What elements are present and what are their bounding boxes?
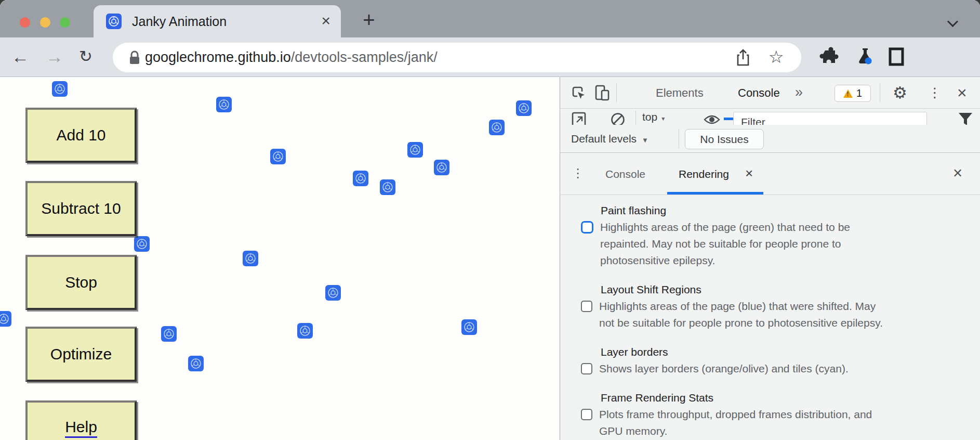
option-description: Highlights areas of the page (blue) that… — [599, 298, 883, 331]
browser-window: Janky Animation × + ← → ↻ googlechrome.g… — [0, 0, 980, 440]
extensions-puzzle-icon[interactable] — [819, 47, 839, 67]
chrome-sprite — [243, 251, 258, 266]
chrome-sprite — [216, 97, 232, 112]
no-issues-button[interactable]: No Issues — [685, 129, 764, 149]
context-value: top — [642, 111, 657, 123]
new-tab-button[interactable]: + — [357, 4, 380, 36]
option-description: Plots frame throughput, dropped frames d… — [599, 406, 872, 439]
stop-button[interactable]: Stop — [25, 255, 137, 310]
default-levels-dropdown[interactable]: Default levels▼ — [571, 125, 648, 154]
bookmark-star-icon[interactable]: ☆ — [769, 43, 784, 72]
option-description: Highlights areas of the page (green) tha… — [600, 219, 850, 269]
window-close-button[interactable] — [20, 17, 30, 28]
rendering-tab-close-icon[interactable]: × — [745, 153, 753, 193]
layer-borders-checkbox[interactable] — [581, 363, 592, 374]
chrome-sprite — [434, 160, 449, 175]
drawer-tab-rendering[interactable]: Rendering — [679, 153, 729, 195]
issues-warning-badge[interactable]: 1 — [835, 85, 871, 102]
devtools-settings-gear-icon[interactable]: ⚙ — [893, 77, 907, 109]
layout-shift-regions-checkbox[interactable] — [581, 301, 592, 312]
devtools-close-icon[interactable]: × — [957, 77, 967, 109]
rendering-option-layer-borders: Layer borders Shows layer borders (orang… — [581, 344, 968, 377]
side-panel-icon[interactable] — [888, 47, 906, 67]
optimize-label: Optimize — [50, 345, 112, 363]
address-bar[interactable]: googlechrome.github.io/devtools-samples/… — [113, 43, 801, 72]
drawer-menu-kebab-icon[interactable]: ⋮ — [572, 153, 584, 193]
window-zoom-button[interactable] — [60, 17, 70, 28]
option-title: Paint flashing — [601, 202, 968, 219]
reload-button[interactable]: ↻ — [79, 37, 92, 77]
chrome-sprite — [516, 100, 532, 116]
option-description: Shows layer borders (orange/olive) and t… — [599, 360, 849, 377]
drawer-tabbar: ⋮ Console Rendering × × — [560, 153, 980, 195]
console-filter-input[interactable]: Filter — [733, 112, 927, 125]
tab-console[interactable]: Console — [738, 77, 780, 109]
subtract-10-label: Subtract 10 — [41, 200, 121, 217]
flask-extension-icon[interactable] — [855, 47, 876, 68]
rendering-option-layout-shift-regions: Layout Shift Regions Highlights areas of… — [581, 281, 968, 331]
chrome-favicon-icon — [106, 14, 122, 29]
tab-close-icon[interactable]: × — [321, 5, 330, 36]
stop-label: Stop — [65, 274, 97, 291]
share-icon[interactable] — [735, 49, 751, 67]
browser-tab[interactable]: Janky Animation × — [94, 5, 341, 37]
rendering-panel: Paint flashing Highlights areas of the p… — [560, 195, 980, 440]
console-toolbar: top▾ Filter — [560, 109, 980, 125]
separator — [880, 83, 880, 102]
add-10-button[interactable]: Add 10 — [25, 108, 137, 163]
device-toolbar-icon[interactable] — [593, 84, 611, 102]
warning-triangle-icon — [843, 89, 853, 98]
rendering-option-paint-flashing: Paint flashing Highlights areas of the p… — [581, 202, 968, 269]
drawer-close-icon[interactable]: × — [953, 153, 962, 193]
help-label: Help — [65, 418, 97, 438]
url-path: /devtools-samples/jank/ — [291, 49, 438, 65]
tab-elements[interactable]: Elements — [656, 77, 704, 109]
filter-funnel-icon[interactable] — [957, 111, 974, 125]
chrome-sprite — [407, 142, 423, 158]
add-10-label: Add 10 — [56, 126, 105, 144]
console-status-bar: Default levels▼ No Issues — [560, 125, 980, 153]
rendering-tab-underline — [667, 192, 763, 195]
tabstrip-chevron-down-icon[interactable] — [947, 16, 958, 27]
chrome-sprite — [489, 120, 505, 135]
chrome-sprite — [297, 323, 313, 339]
separator — [616, 83, 617, 102]
devtools-menu-kebab-icon[interactable]: ⋮ — [928, 77, 942, 109]
rendering-option-frame-rendering-stats: Frame Rendering Stats Plots frame throug… — [581, 390, 968, 439]
option-title: Layer borders — [601, 344, 968, 360]
window-minimize-button[interactable] — [40, 17, 50, 28]
tab-strip: Janky Animation × + — [0, 0, 980, 37]
more-tabs-chevron-icon[interactable]: » — [795, 77, 803, 107]
help-button[interactable]: Help — [25, 400, 137, 440]
subtract-10-button[interactable]: Subtract 10 — [25, 181, 137, 236]
option-title: Layout Shift Regions — [601, 281, 968, 298]
separator — [635, 111, 636, 125]
frame-rendering-stats-checkbox[interactable] — [581, 409, 592, 420]
warning-count: 1 — [856, 87, 862, 99]
tab-title: Janky Animation — [132, 5, 227, 37]
jank-demo-page: Add 10 Subtract 10 Stop Optimize Help — [0, 77, 560, 440]
browser-toolbar: ← → ↻ googlechrome.github.io/devtools-sa… — [0, 37, 980, 77]
forward-button[interactable]: → — [46, 37, 63, 77]
optimize-button[interactable]: Optimize — [25, 327, 137, 382]
option-title: Frame Rendering Stats — [601, 390, 968, 406]
drawer-tab-console[interactable]: Console — [605, 153, 645, 195]
live-expression-eye-icon[interactable] — [703, 112, 721, 125]
url-host: googlechrome.github.io — [145, 49, 291, 65]
chrome-sprite — [134, 236, 150, 252]
clear-console-icon[interactable] — [610, 111, 626, 125]
inspect-element-icon[interactable] — [571, 85, 587, 101]
devtools-tabbar: Elements Console » 1 ⚙ ⋮ × — [560, 77, 980, 109]
back-button[interactable]: ← — [11, 37, 29, 77]
lock-icon[interactable] — [128, 50, 141, 66]
chrome-sprite — [161, 326, 177, 342]
devtools-panel: Elements Console » 1 ⚙ ⋮ × top▾ — [560, 77, 980, 440]
execution-context-selector[interactable]: top▾ — [642, 111, 665, 123]
chrome-sprite — [461, 319, 477, 335]
chrome-sprite — [270, 149, 286, 164]
console-sidebar-icon[interactable] — [571, 111, 587, 125]
levels-value: Default levels — [571, 133, 637, 145]
chrome-sprite — [188, 356, 204, 371]
paint-flashing-checkbox[interactable] — [581, 221, 593, 234]
separator — [679, 129, 679, 149]
